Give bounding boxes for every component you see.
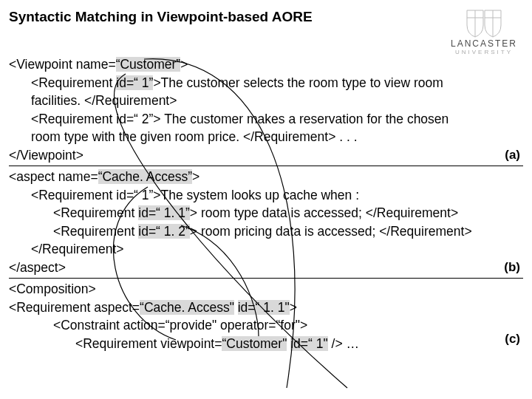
logo-sub: UNIVERSITY	[455, 49, 513, 55]
code-line: <Requirement id=“ 1. 1”> room type data …	[9, 204, 523, 222]
code-line: <Requirement id=“ 1”>The customer select…	[9, 74, 523, 92]
section-label-b: (b)	[504, 259, 520, 276]
text: >	[290, 300, 297, 315]
text: <Viewpoint name=	[9, 57, 116, 72]
code-line: </Requirement>	[9, 240, 523, 259]
text: >The customer selects the room type to v…	[153, 75, 443, 90]
code-line: <Requirement id=“ 2”> The customer makes…	[9, 110, 523, 129]
code-line: <Requirement id=“ 1. 2”> room pricing da…	[9, 222, 523, 241]
code-line: <Requirement aspect=“Cache. Access" id=“…	[9, 299, 523, 317]
text: /> …	[328, 336, 359, 351]
text: <Requirement	[53, 205, 138, 220]
text: > room type data is accessed; </Requirem…	[190, 205, 458, 220]
code-line: </Viewpoint>	[9, 146, 523, 165]
highlight-customer: “Customer”	[116, 57, 181, 72]
text: <Requirement	[53, 224, 138, 239]
section-c: <Composition> <Requirement aspect=“Cache…	[9, 280, 523, 354]
text: >	[180, 57, 188, 72]
slide-title: Syntactic Matching in Viewpoint-based AO…	[9, 9, 313, 25]
text: <aspect name=	[9, 169, 98, 184]
highlight-aspect-id11: id=“ 1. 1"	[238, 300, 290, 315]
code-line: <Requirement id=“ 1”>The system looks up…	[9, 186, 523, 205]
text: > room pricing data is accessed; </Requi…	[190, 224, 472, 239]
highlight-aspect-cacheaccess: “Cache. Access"	[140, 300, 234, 315]
highlight-cacheaccess: “Cache. Access”	[98, 169, 192, 184]
code-line: <Composition>	[9, 280, 523, 299]
header: Syntactic Matching in Viewpoint-based AO…	[0, 0, 532, 55]
university-logo: LANCASTER UNIVERSITY	[451, 9, 523, 55]
code-line: <aspect name=“Cache. Access”>	[9, 168, 523, 186]
section-label-c: (c)	[505, 330, 520, 348]
code-line: <Constraint action=“provide" operator=“f…	[9, 316, 523, 335]
text: <Requirement viewpoint=	[75, 336, 222, 351]
code-line: <Viewpoint name=“Customer”>	[9, 55, 523, 74]
section-label-a: (a)	[505, 146, 520, 164]
shield-icon	[466, 9, 502, 38]
code-line: <Requirement viewpoint=“Customer" id=“ 1…	[9, 335, 523, 353]
highlight-vp-id1: id=“ 1"	[290, 336, 327, 351]
section-b: <aspect name=“Cache. Access”> <Requireme…	[9, 168, 523, 279]
highlight-id1: id=“ 1”	[116, 75, 153, 90]
code-line: </aspect>	[9, 259, 523, 277]
highlight-id12: id=“ 1. 2”	[138, 224, 190, 239]
highlight-id11: id=“ 1. 1”	[138, 205, 190, 220]
text: <Requirement aspect=	[9, 300, 140, 315]
content: <Viewpoint name=“Customer”> <Requirement…	[0, 55, 532, 354]
text: >	[192, 169, 200, 184]
text	[234, 300, 238, 315]
highlight-vp-customer: “Customer"	[222, 336, 287, 351]
section-a: <Viewpoint name=“Customer”> <Requirement…	[9, 55, 523, 166]
code-line: room type with the given room price. </R…	[9, 128, 523, 146]
text: <Requirement	[31, 75, 116, 90]
logo-name: LANCASTER	[451, 38, 517, 49]
code-line: facilities. </Requirement>	[9, 92, 523, 110]
